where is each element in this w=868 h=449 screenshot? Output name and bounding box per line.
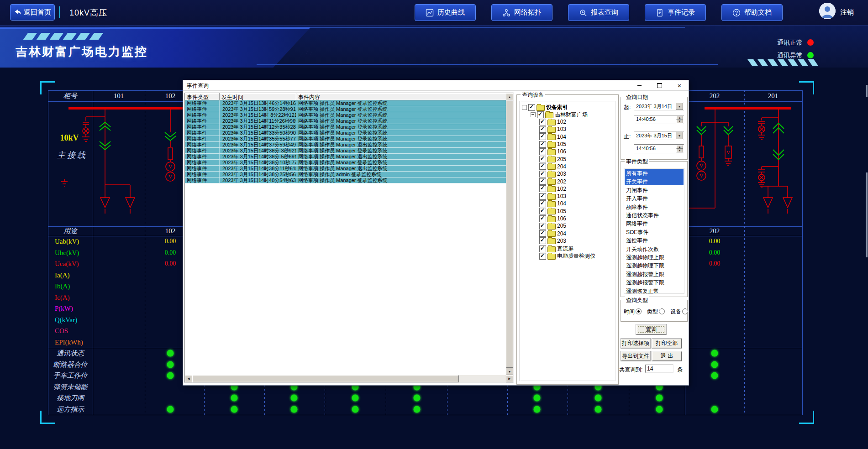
history-curve-button[interactable]: 历史曲线 [415,4,476,21]
event-row[interactable]: 网络事件2023年 3月15日14时38分11秒618毫秒网络事项 操作员 Ma… [185,166,507,172]
event-record-button[interactable]: 事件记录 [645,4,706,21]
tree-item[interactable]: ✓204 [539,230,566,237]
checkbox[interactable]: ✓ [539,141,546,148]
tree-item[interactable]: ✓203 [539,237,566,244]
event-row[interactable]: 网络事件2023年 3月15日14时37分59秒499毫秒网络事项 操作员 Ma… [185,142,507,148]
query-type-option[interactable]: 设备 [670,308,688,316]
tree-item[interactable]: ✓204 [539,163,566,170]
radio-button[interactable] [636,308,642,314]
network-topology-button[interactable]: 网络拓扑 [491,4,552,21]
print-all-button[interactable]: 打印全部 [652,339,682,348]
tree-item[interactable]: ✓105 [539,208,566,214]
tree-item[interactable]: ✓202 [539,178,566,185]
radio-button[interactable] [682,308,688,314]
event-row[interactable]: 网络事件2023年 3月15日14时33分50秒902毫秒网络事项 操作员 Ma… [185,130,507,136]
event-type-option[interactable]: 所有事件 [625,169,684,177]
tree-item[interactable]: ✓104 [539,133,566,140]
checkbox[interactable]: ✓ [539,245,546,252]
checkbox[interactable]: ✓ [539,223,546,230]
event-type-option[interactable]: 网络事件 [625,219,684,227]
event-row[interactable]: 网络事件2023年 3月15日14时35分55秒772毫秒网络事项 操作员 Ma… [185,136,507,142]
maximize-icon[interactable] [652,81,666,89]
event-row[interactable]: 网络事件2023年 3月15日14时 8分22秒121毫秒网络事项 操作员 Ma… [185,112,507,118]
export-file-button[interactable]: 导出到文件 [621,351,650,361]
checkbox[interactable]: ✓ [539,230,546,237]
tree-item[interactable]: ✓电能质量检测仪 [539,252,595,260]
help-doc-button[interactable]: 帮助文档 [721,4,783,21]
event-row[interactable]: 网络事件2023年 3月15日13时46分14秒162毫秒网络事项 操作员 Ma… [185,100,507,106]
chevron-down-icon[interactable]: ▼ [676,103,683,110]
checkbox[interactable]: ✓ [537,111,544,118]
vertical-scrollbar[interactable]: ▲ ▼ [506,93,513,375]
event-type-option[interactable]: 遥测恢复正常 [625,287,684,294]
tree-item[interactable]: ✓104 [539,200,566,207]
horizontal-scrollbar[interactable]: ◀ ▶ [185,375,513,382]
tree-item[interactable]: ✓105 [539,141,566,148]
tree-item[interactable]: ✓203 [539,171,566,178]
query-type-option[interactable]: 类型 [647,308,665,316]
checkbox[interactable]: ✓ [539,253,546,260]
collapse-icon[interactable] [522,105,527,110]
user-avatar[interactable] [819,3,836,19]
checkbox[interactable]: ✓ [539,126,546,133]
column-header[interactable]: 事件内容 [296,93,507,100]
checkbox[interactable]: ✓ [539,237,546,244]
query-button[interactable]: 查询 [636,324,666,334]
tree-item[interactable]: ✓直流屏 [539,245,573,253]
event-row[interactable]: 网络事件2023年 3月15日14时38分 3秒921毫秒网络事项 操作员 Ma… [185,148,507,154]
minimize-icon[interactable] [632,81,646,89]
tree-item[interactable]: ✓吉林财富广场 [531,111,588,119]
tree-item[interactable]: ✓205 [539,223,566,230]
end-date-select[interactable]: 2023年 3月15日 ▼ [634,131,684,140]
vscroll-thumb[interactable] [506,100,513,368]
checkbox[interactable]: ✓ [539,200,546,207]
radio-button[interactable] [659,308,665,314]
spin-up-icon[interactable]: ▲ [676,116,683,120]
event-type-option[interactable]: 遥控事件 [625,236,684,244]
event-row[interactable]: 网络事件2023年 3月15日14时40分54秒639毫秒网络事项 操作员 Ma… [185,178,507,183]
event-type-option[interactable]: 遥测越物理上限 [625,253,684,261]
event-type-option[interactable]: 通信状态事件 [625,211,684,219]
column-header[interactable]: 发生时间 [220,93,296,100]
event-row[interactable]: 网络事件2023年 3月15日14时38分10秒 77毫秒网络事项 操作员 Ma… [185,160,507,166]
checkbox[interactable]: ✓ [528,104,535,111]
logout-button[interactable]: 注销 [840,8,854,17]
result-count-field[interactable]: 14 [645,365,673,373]
dialog-titlebar[interactable]: 事件查询 × [183,80,689,91]
back-home-button[interactable]: 返回首页 [10,4,55,21]
start-date-select[interactable]: 2023年 3月14日 ▼ [634,102,684,111]
event-row[interactable]: 网络事件2023年 3月15日14时11分26秒969毫秒网络事项 操作员 Ma… [185,118,507,124]
start-time-spinner[interactable]: 14:40:56 ▲▼ [634,115,684,124]
checkbox[interactable]: ✓ [539,171,546,178]
checkbox[interactable]: ✓ [539,215,546,222]
event-type-option[interactable]: 开入事件 [625,194,684,202]
event-type-option[interactable]: 故障事件 [625,203,684,211]
tree-item[interactable]: ✓102 [539,119,566,125]
tree-item[interactable]: ✓106 [539,215,566,222]
print-selected-button[interactable]: 打印选择项 [621,339,650,348]
event-type-option[interactable]: SOE事件 [625,228,684,236]
checkbox[interactable]: ✓ [539,185,546,192]
tree-item[interactable]: ✓102 [539,185,566,192]
report-query-button[interactable]: 报表查询 [568,4,629,21]
exit-button[interactable]: 退 出 [652,351,682,361]
scroll-right-icon[interactable]: ▶ [506,375,513,382]
column-header[interactable]: 事件类型 [185,93,220,100]
event-type-option[interactable]: 开关事件 [625,177,684,185]
checkbox[interactable]: ✓ [539,178,546,185]
checkbox[interactable]: ✓ [539,119,546,125]
event-type-option[interactable]: 遥测越物理下限 [625,261,684,269]
tree-item[interactable]: ✓103 [539,126,566,133]
checkbox[interactable]: ✓ [539,133,546,140]
spin-down-icon[interactable]: ▼ [676,120,683,123]
end-time-spinner[interactable]: 14:40:56 ▲▼ [634,144,684,153]
tree-item[interactable]: ✓205 [539,156,566,162]
scroll-up-icon[interactable]: ▲ [506,93,513,100]
spin-up-icon[interactable]: ▲ [676,145,683,149]
scroll-down-icon[interactable]: ▼ [506,368,513,375]
event-type-option[interactable]: 刀闸事件 [625,186,684,194]
event-row[interactable]: 网络事件2023年 3月15日14时38分 5秒691毫秒网络事项 操作员 Ma… [185,154,507,160]
spin-down-icon[interactable]: ▼ [676,149,683,152]
checkbox[interactable]: ✓ [539,156,546,162]
event-type-option[interactable]: 遥测越报警下限 [625,278,684,286]
